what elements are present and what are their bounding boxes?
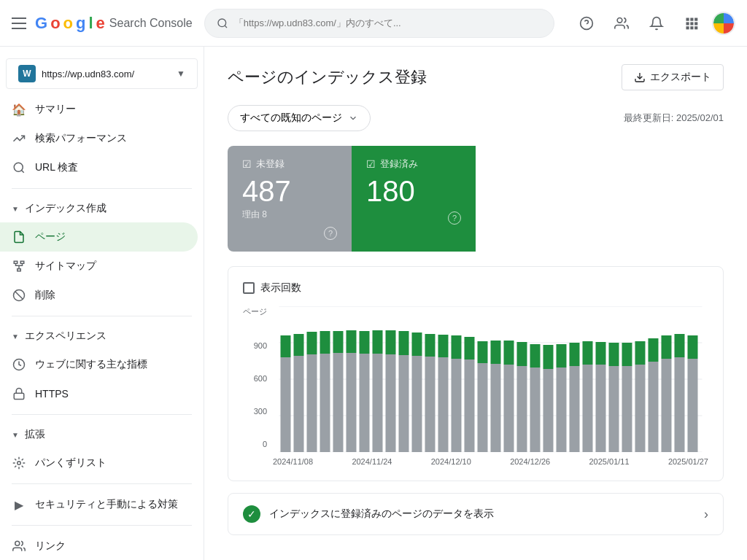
- svg-point-22: [15, 541, 20, 545]
- svg-rect-81: [622, 366, 632, 452]
- sidebar-item-url-inspection-label: URL 検査: [35, 161, 78, 174]
- svg-rect-71: [557, 368, 567, 452]
- svg-rect-36: [320, 331, 330, 354]
- extensions-section-header[interactable]: ▼ 拡張: [0, 421, 204, 448]
- svg-rect-41: [360, 354, 370, 452]
- layout: W https://wp.udn83.com/ ▼ 🏠 サマリー 検索パフォーマ…: [0, 47, 747, 560]
- sidebar-item-pages[interactable]: ページ: [0, 222, 198, 252]
- sidebar-item-links[interactable]: リンク: [0, 532, 198, 560]
- x-axis: 2024/11/08 2024/11/24 2024/12/10 2024/12…: [273, 454, 708, 466]
- x-label-3: 2024/12/10: [431, 457, 471, 466]
- bar-chart-svg: [273, 306, 708, 452]
- svg-rect-44: [373, 330, 383, 354]
- bar-group-22: [557, 344, 567, 452]
- x-label-4: 2024/12/26: [510, 457, 550, 466]
- svg-rect-49: [412, 356, 422, 452]
- sidebar-item-security[interactable]: ▶ セキュリティと手動による対策: [0, 490, 198, 519]
- svg-rect-62: [491, 341, 501, 364]
- bar-group-11: [412, 332, 422, 452]
- export-label: エクスポート: [650, 71, 711, 84]
- bar-group-19: [517, 342, 527, 452]
- sidebar-item-url-inspection[interactable]: URL 検査: [0, 153, 198, 182]
- extensions-section-label: 拡張: [25, 428, 45, 441]
- apps-button[interactable]: [677, 9, 706, 38]
- avatar[interactable]: [712, 12, 735, 35]
- svg-rect-61: [491, 364, 501, 452]
- sidebar-item-web-vitals-label: ウェブに関する主な指標: [35, 358, 147, 371]
- svg-rect-75: [583, 365, 593, 452]
- sidebar-item-summary-label: サマリー: [35, 103, 76, 116]
- svg-rect-38: [333, 331, 344, 353]
- unregistered-value: 487: [242, 176, 337, 206]
- search-input[interactable]: [234, 18, 542, 28]
- bar-group-1: [281, 335, 291, 452]
- filter-dropdown-icon: [348, 113, 358, 123]
- bar-group-28: [635, 341, 646, 452]
- sidebar-item-breadcrumbs[interactable]: パンくずリスト: [0, 448, 198, 478]
- svg-rect-55: [452, 359, 462, 452]
- indexed-pages-link[interactable]: ✓ インデックスに登録済みのページのデータを表示 ›: [228, 493, 724, 535]
- bar-group-23: [570, 343, 580, 452]
- menu-icon[interactable]: [12, 18, 26, 29]
- registered-value: 180: [366, 176, 461, 206]
- logo-letter-g2: g: [76, 14, 85, 33]
- svg-rect-76: [583, 341, 593, 365]
- y-value-300: 300: [254, 407, 267, 416]
- svg-rect-65: [517, 366, 527, 452]
- svg-rect-78: [596, 342, 606, 365]
- export-button[interactable]: エクスポート: [622, 64, 724, 90]
- svg-rect-37: [333, 353, 344, 452]
- search-bar[interactable]: [204, 9, 554, 38]
- sidebar-item-web-vitals[interactable]: ウェブに関する主な指標: [0, 350, 198, 379]
- trending-icon: [12, 131, 26, 146]
- show-count-checkbox[interactable]: [243, 282, 255, 294]
- svg-rect-73: [570, 366, 580, 452]
- checkbox-registered-icon: ☑: [366, 158, 376, 170]
- notification-button[interactable]: [642, 9, 671, 38]
- divider-3: [12, 414, 192, 415]
- info-icon-unregistered[interactable]: ?: [324, 227, 337, 240]
- bar-group-16: [478, 341, 488, 452]
- info-icon-registered[interactable]: ?: [448, 211, 461, 225]
- svg-rect-9: [694, 22, 697, 25]
- svg-rect-14: [14, 261, 18, 263]
- bar-group-26: [609, 343, 619, 452]
- svg-rect-91: [688, 359, 698, 452]
- svg-rect-16: [18, 269, 21, 271]
- sidebar-item-sitemap[interactable]: サイトマップ: [0, 252, 198, 281]
- y-value-900: 900: [254, 341, 267, 350]
- svg-rect-46: [386, 330, 396, 354]
- svg-rect-72: [557, 344, 567, 368]
- sidebar-item-search-performance-label: 検索パフォーマンス: [35, 132, 127, 145]
- logo-letter-e: e: [96, 14, 105, 33]
- filter-button[interactable]: すべての既知のページ: [228, 105, 371, 131]
- sidebar-item-https[interactable]: HTTPS: [0, 379, 198, 408]
- bar-group-6: [347, 330, 357, 452]
- help-button[interactable]: [572, 9, 601, 38]
- people-button[interactable]: [607, 9, 636, 38]
- svg-rect-88: [662, 335, 672, 359]
- svg-rect-11: [690, 26, 693, 29]
- svg-point-21: [18, 462, 21, 465]
- chart-area: ページ 900 600 300 0: [243, 306, 708, 466]
- logo-letter-l: l: [88, 14, 93, 33]
- index-section-header[interactable]: ▼ インデックス作成: [0, 195, 204, 222]
- download-icon: [634, 71, 646, 83]
- bar-group-25: [596, 342, 606, 452]
- svg-rect-54: [438, 335, 449, 357]
- svg-rect-56: [452, 335, 462, 359]
- svg-rect-74: [570, 343, 580, 366]
- svg-rect-79: [609, 366, 619, 452]
- svg-rect-29: [281, 357, 291, 452]
- header-left: G o o g l e Search Console: [12, 14, 193, 33]
- sidebar-item-search-performance[interactable]: 検索パフォーマンス: [0, 124, 198, 153]
- header-icons: [572, 9, 735, 38]
- bar-group-5: [333, 331, 344, 452]
- chevron-right-icon: ›: [704, 507, 708, 522]
- experience-section-header[interactable]: ▼ エクスペリエンス: [0, 322, 204, 350]
- sidebar-item-removal[interactable]: 削除: [0, 281, 198, 310]
- sidebar-item-summary[interactable]: 🏠 サマリー: [0, 95, 198, 124]
- x-label-5: 2025/01/11: [589, 457, 630, 466]
- site-selector[interactable]: W https://wp.udn83.com/ ▼: [6, 58, 198, 89]
- svg-rect-12: [694, 26, 697, 29]
